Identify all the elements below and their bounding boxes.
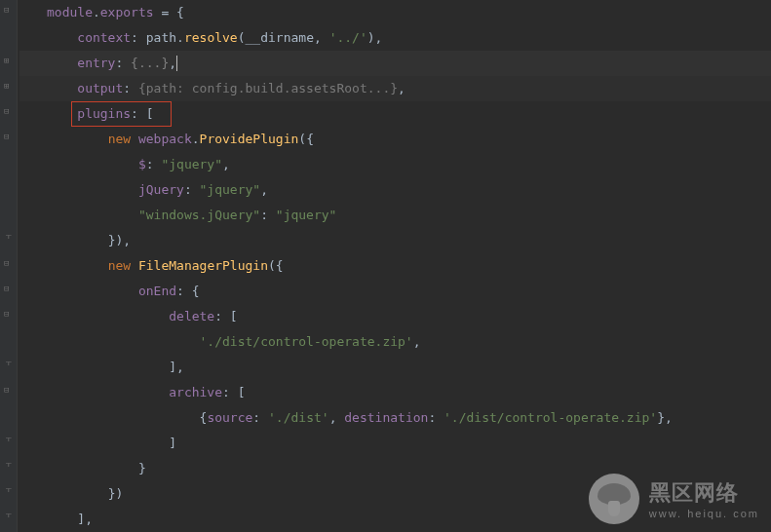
code-line: archive: [: [19, 380, 771, 405]
code-area[interactable]: module.exports = { context: path.resolve…: [18, 0, 771, 532]
code-line: ],: [19, 507, 771, 532]
code-line: new webpack.ProvidePlugin({: [19, 127, 771, 152]
fold-minus-icon[interactable]: [4, 6, 13, 15]
fold-end-icon: [4, 513, 13, 521]
code-line: "windows.jQuery": "jquery": [19, 203, 771, 228]
fold-plus-icon[interactable]: [4, 82, 13, 91]
code-line: ],: [19, 355, 771, 380]
fold-end-icon: [4, 487, 13, 496]
code-line: './dist/control-operate.zip',: [19, 329, 771, 355]
fold-end-icon: [4, 361, 13, 369]
fold-gutter: [0, 0, 18, 532]
code-editor[interactable]: module.exports = { context: path.resolve…: [0, 0, 771, 532]
code-line: onEnd: {: [19, 279, 771, 304]
fold-end-icon: [4, 462, 13, 471]
code-line: new FileManagerPlugin({: [19, 253, 771, 279]
code-line-current: entry: {...},: [19, 51, 771, 76]
code-line: }: [19, 456, 771, 481]
code-line: ]: [19, 431, 771, 456]
code-line: module.exports = {: [19, 0, 771, 25]
fold-minus-icon[interactable]: [4, 310, 13, 319]
text-caret: [176, 56, 177, 71]
code-line: output: {path: config.build.assetsRoot..…: [19, 76, 771, 101]
fold-end-icon: [4, 234, 13, 243]
fold-minus-icon[interactable]: [4, 133, 13, 141]
code-line: delete: [: [19, 304, 771, 329]
code-line: jQuery: "jquery",: [19, 177, 771, 203]
code-line: $: "jquery",: [19, 152, 771, 177]
code-line: }): [19, 481, 771, 507]
fold-end-icon: [4, 437, 13, 445]
fold-minus-icon[interactable]: [4, 285, 13, 293]
code-line: {source: './dist', destination: './dist/…: [19, 405, 771, 431]
fold-minus-icon[interactable]: [4, 259, 13, 268]
fold-plus-icon[interactable]: [4, 57, 13, 65]
fold-minus-icon[interactable]: [4, 386, 13, 395]
code-line: plugins: [: [19, 101, 771, 127]
fold-minus-icon[interactable]: [4, 107, 13, 116]
code-line: }),: [19, 228, 771, 253]
code-line: context: path.resolve(__dirname, '../'),: [19, 25, 771, 51]
